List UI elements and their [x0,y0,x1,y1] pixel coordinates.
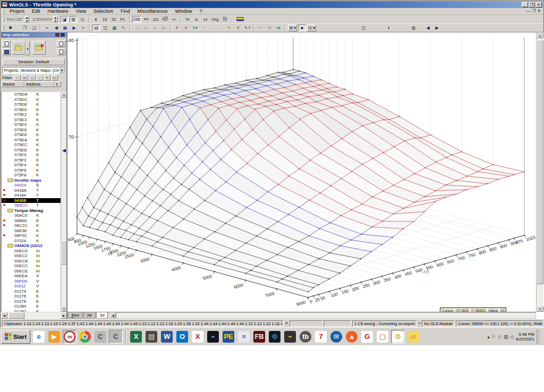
tb-icon[interactable]: tb [299,330,312,344]
save-project-button[interactable] [2,48,11,55]
toolbar-grip[interactable] [3,25,4,30]
map-row[interactable]: 01282E [2,309,61,312]
map-row[interactable]: 075F8K [2,173,61,178]
pe-icon[interactable]: PE [222,330,235,344]
filter-button-3[interactable]: ⌐ [36,75,43,81]
chip-icon[interactable]: ▤ [144,330,158,344]
scroll-down-icon[interactable]: ▼ [61,306,67,312]
map-row[interactable]: 075E6K [2,127,61,133]
original-button[interactable]: Org [210,16,219,23]
start-button[interactable]: Start [1,330,30,344]
map-row[interactable]: ⚑06F0CK [2,233,61,238]
child-restore-button[interactable]: ❐ [532,8,536,14]
taskbar-clock[interactable]: 5:46 PM 4/22/2021 [515,332,534,342]
panel-pin-button[interactable] [55,33,60,37]
map-folder-row[interactable]: throttle maps [2,178,61,183]
factor-button[interactable]: x1 [201,16,209,23]
map-row[interactable]: 075F2K [2,158,61,163]
show-desktop-button[interactable] [537,329,540,344]
map-row[interactable]: 06E9EK [2,228,61,234]
ie-icon[interactable]: e [32,330,46,344]
decimal-button[interactable]: 255 [132,16,141,23]
duplicate-version-button[interactable] [57,48,65,55]
eraser-button[interactable]: ✎ [120,24,128,31]
fb-chip-icon[interactable]: FB [252,330,266,344]
map-row[interactable]: 00FD0V [2,279,61,284]
map-list-hscrollbar[interactable]: ◀ ▶ [1,312,67,319]
help-button[interactable]: ? [200,24,208,31]
map-row[interactable]: 075EEK [2,148,61,153]
map-row[interactable]: 01274E [2,289,61,294]
split-vertical-button[interactable]: ‖ [385,24,393,31]
map-row[interactable]: 075DCK [2,97,61,103]
next-version-button[interactable]: ▶ [70,24,78,31]
tray-icon-4[interactable]: ◁ [509,334,513,339]
menu-view[interactable]: View [72,8,90,14]
session-button[interactable]: Session: Default [3,58,65,65]
chart-scrollbar-thumb[interactable] [537,40,543,284]
child-close-button[interactable]: ✕ [537,8,541,14]
last-version-button[interactable]: » [79,24,87,31]
map-row[interactable]: 0127EE [2,299,61,304]
new-project-button[interactable] [2,40,11,47]
prev-diff-button[interactable]: ◁ [133,24,141,31]
scroll-down-icon[interactable]: ▼ [537,306,543,312]
map-folder-row[interactable]: Torque Manag [2,208,61,214]
menu-edit[interactable]: Edit [28,8,44,14]
scroll-up-icon[interactable]: ▲ [61,92,67,98]
cube-icon[interactable]: ▢ [376,330,389,344]
map-list-scrollbar[interactable]: ▲ ▼ [61,92,66,312]
signature-button[interactable]: ✎ [225,24,233,31]
filter-button-0[interactable]: = [14,75,21,81]
map-list[interactable]: 075DAK075DCK075DEK075E0K075E2K075E3K075E… [1,92,61,312]
map-row[interactable]: 075ECK [2,142,61,148]
map-row[interactable]: 00ECEIn [2,269,61,274]
title-bar[interactable]: WinOLS - Throttle Opening * _ ❐ ✕ [1,1,543,8]
panel-collapse-icon[interactable]: ◀ [62,148,66,153]
next-diff-button[interactable]: ▷ [160,24,168,31]
prev-version-button[interactable]: ◀ [52,24,60,31]
brave-icon[interactable]: ▲ [345,330,359,344]
view-text-button[interactable]: ▦ [79,16,87,23]
chart-vscrollbar[interactable]: ▲ ▼ [536,32,543,312]
wrench-icon[interactable]: ⚙ [391,330,405,344]
menu-window[interactable]: Window [171,8,196,14]
filter-button-2[interactable]: Δ [29,75,36,81]
damos-icon[interactable]: ✱ [6,24,14,31]
combo-dropdown-icon[interactable]: ▼ [59,67,65,73]
map-row[interactable]: 075E2K [2,112,61,117]
swap-button[interactable]: ⇄ [275,24,283,31]
view-mode-combobox[interactable]: Projects, Versions & Maps: (Ctrl ▼ [2,67,65,74]
add-version-button[interactable] [57,40,65,47]
map-row[interactable]: ⚑04184T [2,193,61,198]
key-button[interactable]: ¶ [234,24,242,31]
codesys-icon[interactable]: C [94,330,107,344]
column-address[interactable]: Address [24,81,54,87]
g-tool-icon[interactable]: G [360,330,374,344]
tray-icon-2[interactable]: ☺ [497,334,502,339]
map-row[interactable]: 075DAK [2,92,61,97]
home-down-button[interactable]: ⌂ [151,24,159,31]
rotation-spinner[interactable]: ▲▼ [24,16,29,22]
surface-chart[interactable]: 7014060080010001250150017502000225025003… [67,32,537,312]
open-project-button[interactable]: ▼ [12,41,26,55]
sevenzip-icon[interactable]: 7 [314,330,328,344]
width-float-button[interactable]: FL [119,16,127,23]
minimize-button[interactable]: _ [522,2,528,7]
delta-button[interactable]: Δ [192,16,200,23]
hscrollbar-thumb[interactable] [8,312,24,319]
word-icon[interactable]: W [160,330,174,344]
codesys2-icon[interactable]: C [109,330,123,344]
map-row[interactable]: ⚑0630ET [2,198,61,203]
function-v-button[interactable]: V [182,24,190,31]
map-row[interactable]: 04024S [2,183,61,188]
map-row[interactable]: 00ECCIn [2,263,61,269]
scroll-left-icon[interactable]: ◀ [1,312,7,319]
tab-text[interactable]: Text [67,312,83,319]
map-row[interactable]: 075F6K [2,168,61,173]
map-row[interactable]: 075EAK [2,138,61,143]
scroll-up-icon[interactable]: ▲ [537,32,543,38]
map-row[interactable]: 00ECAIn [2,259,61,264]
toolbar-grip[interactable] [3,9,4,14]
tray-icon-3[interactable]: ▥ [504,334,508,339]
